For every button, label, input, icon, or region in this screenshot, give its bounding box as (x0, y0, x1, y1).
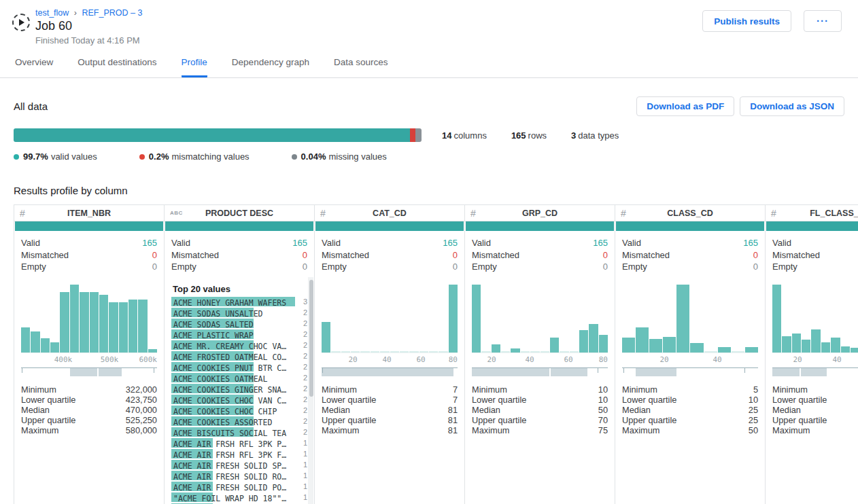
histogram-bar[interactable] (772, 285, 781, 353)
tab-dependency-graph[interactable]: Dependency graph (232, 57, 309, 77)
data-quality-bar[interactable] (14, 128, 422, 142)
histogram-bar[interactable] (732, 351, 744, 353)
histogram-bar[interactable] (622, 338, 635, 353)
histogram-bar[interactable] (60, 292, 69, 353)
more-options-button[interactable]: ··· (804, 10, 842, 32)
brush-selection[interactable] (322, 368, 453, 376)
histogram-bar[interactable] (501, 351, 510, 353)
top-value-row[interactable]: ACME SODAS SALTED2 (171, 318, 309, 329)
histogram-bar[interactable] (70, 285, 79, 353)
histogram-bar[interactable] (792, 334, 801, 353)
brush-end-tick[interactable] (322, 368, 323, 373)
histogram-bar[interactable] (704, 351, 717, 353)
histogram-bar[interactable] (341, 351, 350, 353)
histogram-bar[interactable] (148, 349, 157, 353)
histogram-bar[interactable] (511, 348, 519, 353)
histogram-bar[interactable] (331, 351, 340, 353)
histogram-bar[interactable] (481, 351, 490, 353)
brush-end-tick[interactable] (744, 368, 745, 373)
histogram-bar[interactable] (371, 351, 379, 353)
top-value-row[interactable]: ACME FROSTED OATMEAL CO…2 (171, 350, 309, 361)
histogram-bar[interactable] (540, 351, 549, 353)
breadcrumb-node-link[interactable]: REF_PROD – 3 (82, 8, 142, 18)
top-value-row[interactable]: ACME COOKIES CHOC VAN C…2 (171, 394, 309, 405)
histogram-bar[interactable] (439, 351, 447, 353)
histogram-bar[interactable] (745, 347, 758, 353)
tab-output-destinations[interactable]: Output destinations (78, 57, 156, 77)
histogram-chart[interactable] (322, 285, 458, 353)
valid-ratio-bar[interactable] (616, 221, 764, 231)
histogram-bar[interactable] (676, 285, 689, 353)
top-value-row[interactable]: ACME AIR FRESH SOLID SP…1 (171, 459, 309, 470)
histogram-bar[interactable] (599, 335, 608, 353)
brush-end-tick[interactable] (22, 368, 22, 373)
histogram-bar[interactable] (21, 327, 30, 353)
download-json-button[interactable]: Download as JSON (740, 96, 844, 116)
range-brush[interactable] (772, 367, 858, 376)
top-value-row[interactable]: ACME PLASTIC WRAP2 (171, 329, 309, 340)
tab-data-sources[interactable]: Data sources (334, 57, 388, 77)
top-value-row[interactable]: ACME MR. CREAMY CHOC VA…2 (171, 340, 309, 350)
histogram-bar[interactable] (390, 351, 399, 353)
histogram-bar[interactable] (636, 327, 649, 353)
download-pdf-button[interactable]: Download as PDF (636, 96, 734, 116)
valid-ratio-bar[interactable] (315, 221, 464, 231)
top-value-row[interactable]: ACME AIR FRESH SOLID PO…1 (171, 481, 309, 492)
histogram-bar[interactable] (128, 300, 137, 353)
top-value-row[interactable]: ACME AIR FRSH RFL 3PK P…1 (171, 437, 309, 448)
scrollbar-thumb[interactable] (309, 280, 313, 397)
top-value-row[interactable]: "ACME FOIL WRAP HD 18""…1 (171, 492, 309, 503)
histogram-chart[interactable] (472, 285, 608, 353)
histogram-bar[interactable] (351, 351, 360, 353)
tab-profile[interactable]: Profile (182, 57, 207, 77)
histogram-bar[interactable] (41, 338, 50, 353)
histogram-bar[interactable] (360, 351, 369, 353)
valid-ratio-bar[interactable] (15, 221, 163, 231)
tab-overview[interactable]: Overview (15, 57, 53, 77)
histogram-bar[interactable] (851, 348, 858, 353)
top-value-row[interactable]: ACME AIR FRSH RFL 3PK F…1 (171, 448, 309, 459)
histogram-bar[interactable] (90, 292, 99, 353)
publish-results-button[interactable]: Publish results (702, 10, 791, 32)
valid-ratio-bar[interactable] (766, 221, 858, 231)
histogram-bar[interactable] (579, 330, 588, 353)
histogram-bar[interactable] (821, 342, 830, 353)
histogram-bar[interactable] (429, 351, 438, 353)
histogram-chart[interactable] (622, 285, 758, 353)
histogram-bar[interactable] (109, 302, 118, 353)
brush-selection[interactable] (636, 368, 676, 376)
valid-ratio-bar[interactable] (466, 221, 614, 231)
histogram-bar[interactable] (138, 300, 147, 353)
histogram-bar[interactable] (449, 285, 458, 353)
histogram-bar[interactable] (718, 347, 731, 353)
top-value-row[interactable]: ACME COOKIES ASSORTED2 (171, 416, 309, 427)
top-value-row[interactable]: ACME HONEY GRAHAM WAFERS3 (171, 296, 309, 307)
brush-selection[interactable] (70, 368, 122, 376)
range-brush[interactable] (21, 367, 157, 376)
histogram-bar[interactable] (649, 339, 662, 353)
top-value-row[interactable]: ACME COOKIES CHOC CHIP2 (171, 405, 309, 416)
histogram-bar[interactable] (99, 295, 108, 353)
histogram-bar[interactable] (530, 351, 539, 353)
histogram-bar[interactable] (802, 340, 810, 353)
histogram-bar[interactable] (31, 331, 39, 353)
histogram-bar[interactable] (663, 337, 676, 353)
histogram-bar[interactable] (550, 338, 559, 353)
histogram-chart[interactable] (772, 285, 858, 353)
histogram-bar[interactable] (841, 346, 850, 353)
histogram-bar[interactable] (831, 338, 840, 353)
histogram-bar[interactable] (782, 336, 791, 353)
histogram-bar[interactable] (409, 351, 418, 353)
histogram-bar[interactable] (560, 351, 568, 353)
top-value-row[interactable]: ACME BISCUITS SOCIAL TEA2 (171, 427, 309, 437)
histogram-chart[interactable] (21, 285, 157, 353)
top-value-row[interactable]: ACME COOKIES PNUT BTR C…2 (171, 361, 309, 372)
histogram-bar[interactable] (521, 351, 530, 353)
histogram-bar[interactable] (690, 343, 703, 353)
histogram-bar[interactable] (570, 351, 579, 353)
histogram-bar[interactable] (419, 351, 428, 353)
histogram-bar[interactable] (80, 292, 88, 353)
histogram-bar[interactable] (380, 351, 389, 353)
top-value-row[interactable]: ACME SODAS UNSALTED2 (171, 307, 309, 318)
histogram-bar[interactable] (492, 344, 500, 353)
